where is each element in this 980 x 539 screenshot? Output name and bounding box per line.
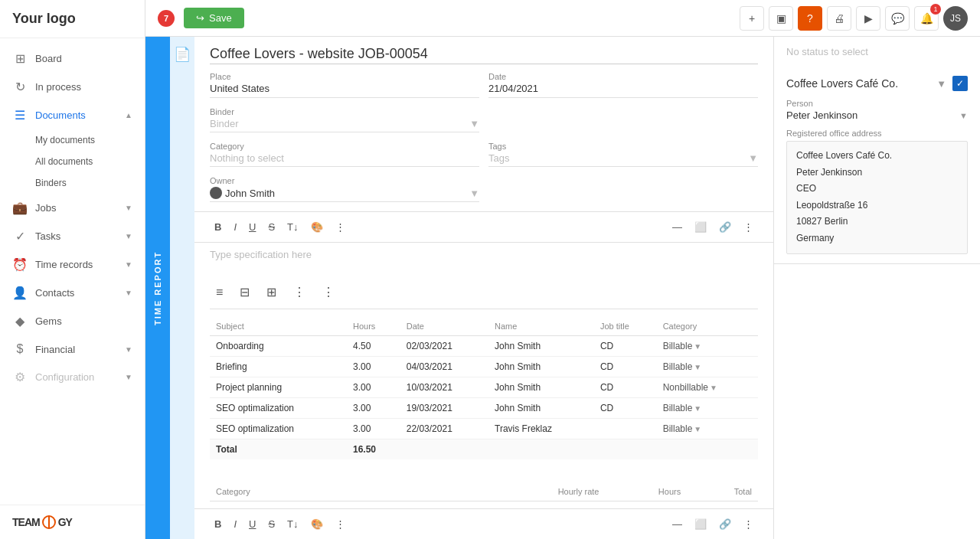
col-category: Category: [657, 317, 758, 336]
configuration-icon: ⚙: [12, 370, 28, 384]
underline-button[interactable]: U: [244, 218, 260, 236]
in-process-icon: ↻: [12, 80, 28, 94]
help-button[interactable]: ?: [798, 6, 822, 31]
sidebar-footer: TEAM GY: [0, 505, 145, 539]
sidebar-item-label: Tasks: [35, 230, 117, 242]
table-style-2-button[interactable]: ⊟: [234, 282, 256, 302]
sidebar-item-time-records[interactable]: ⏰ Time records ▼: [0, 250, 145, 279]
chat-button[interactable]: 💬: [885, 6, 910, 31]
cell-job-title: CD: [594, 398, 657, 419]
text-style-button[interactable]: T↓: [283, 218, 302, 236]
company-dropdown-icon[interactable]: ▼: [936, 78, 946, 90]
sidebar-item-binders[interactable]: Binders: [0, 172, 145, 194]
more-options-button[interactable]: ⋮: [331, 218, 350, 236]
person-value: Peter Jenkinson: [786, 109, 858, 121]
bold-button[interactable]: B: [210, 218, 226, 236]
table-options-button[interactable]: ⋮: [316, 282, 341, 302]
bold-button-bottom[interactable]: B: [210, 515, 226, 533]
link-button[interactable]: 🔗: [714, 218, 736, 236]
frame-button-bottom[interactable]: ⬜: [690, 515, 711, 533]
bell-button[interactable]: 🔔 1: [914, 6, 939, 31]
tags-label: Tags: [488, 142, 758, 151]
binder-select[interactable]: Binder ▼: [210, 118, 479, 132]
video-icon: ▶: [864, 12, 873, 24]
table-style-3-button[interactable]: ⊞: [260, 282, 283, 302]
owner-select[interactable]: John Smith ▼: [210, 187, 479, 202]
more-options-button-bottom[interactable]: ⋮: [331, 515, 350, 533]
sidebar-item-jobs[interactable]: 💼 Jobs ▼: [0, 194, 145, 222]
save-icon: ↪: [196, 12, 204, 24]
cell-date: 10/03/2021: [400, 377, 488, 398]
cell-category[interactable]: Billable ▼: [657, 419, 758, 439]
company-check-icon[interactable]: ✓: [952, 76, 968, 91]
user-avatar[interactable]: JS: [943, 6, 968, 31]
editor-placeholder[interactable]: Type specification here: [194, 243, 773, 276]
text-style-button-bottom[interactable]: T↓: [283, 515, 302, 533]
italic-button-bottom[interactable]: I: [229, 515, 241, 533]
person-dropdown-icon[interactable]: ▼: [959, 111, 968, 120]
document-fields: Place United States Date 21/04/2021 Bind…: [210, 72, 758, 202]
category-placeholder: Nothing to select: [210, 152, 284, 164]
frame-button[interactable]: ⬜: [690, 218, 711, 236]
company-name: Coffee Lovers Café Co.: [786, 77, 930, 90]
sidebar-item-gems[interactable]: ◆ Gems: [0, 307, 145, 335]
place-label: Place: [210, 72, 479, 81]
col-job-title: Job title: [594, 317, 657, 336]
add-button[interactable]: +: [740, 6, 764, 31]
address-line: Peter Jenkinson: [796, 165, 958, 181]
table-more-button[interactable]: ⋮: [287, 282, 312, 302]
color-button[interactable]: 🎨: [306, 218, 328, 236]
more-button[interactable]: ⋮: [739, 218, 758, 236]
strikethrough-button-bottom[interactable]: S: [263, 515, 279, 533]
sidebar-item-label: Financial: [35, 344, 117, 355]
chevron-down-icon: ▼: [125, 345, 132, 354]
minimize-button-bottom[interactable]: —: [668, 515, 687, 533]
print-button[interactable]: 🖨: [827, 6, 851, 31]
teamogy-logo: TEAM GY: [12, 514, 132, 530]
sidebar-item-financial[interactable]: $ Financial ▼: [0, 335, 145, 363]
underline-button-bottom[interactable]: U: [244, 515, 260, 533]
strikethrough-button[interactable]: S: [263, 218, 279, 236]
monitor-button[interactable]: ▣: [769, 6, 793, 31]
cell-subject: SEO optimalization: [210, 398, 347, 419]
sidebar-item-board[interactable]: ⊞ Board: [0, 44, 145, 73]
status-panel: No status to select: [774, 37, 980, 67]
sidebar-item-label: Time records: [35, 259, 117, 270]
monitor-icon: ▣: [776, 12, 786, 24]
sidebar-item-documents[interactable]: ☰ Documents ▲: [0, 101, 145, 129]
table-style-1-button[interactable]: ≡: [210, 283, 229, 302]
minimize-button[interactable]: —: [668, 218, 687, 236]
category-value: Billable: [663, 423, 693, 434]
binder-placeholder: Binder: [210, 118, 239, 129]
cell-category[interactable]: Billable ▼: [657, 357, 758, 377]
category-dropdown-icon: ▼: [694, 404, 701, 413]
link-button-bottom[interactable]: 🔗: [714, 515, 736, 533]
category-dropdown-icon: ▼: [694, 425, 701, 433]
sidebar-item-in-process[interactable]: ↻ In process: [0, 73, 145, 101]
sidebar-item-configuration[interactable]: ⚙ Configuration ▼: [0, 363, 145, 391]
italic-button[interactable]: I: [229, 218, 241, 236]
cell-category[interactable]: Billable ▼: [657, 398, 758, 419]
chevron-down-icon: ▼: [125, 373, 132, 381]
more-button-bottom[interactable]: ⋮: [739, 515, 758, 533]
owner-label: Owner: [210, 176, 479, 185]
save-button[interactable]: ↪ Save: [184, 8, 244, 28]
person-field-group: Person Peter Jenkinson ▼: [786, 99, 968, 121]
table-row: SEO optimalization 3.00 22/03/2021 Travi…: [210, 419, 758, 439]
sidebar-item-my-documents[interactable]: My documents: [0, 129, 145, 151]
table-section: ≡ ⊟ ⊞ ⋮ ⋮ Subject Hours Date Name Job: [194, 276, 773, 475]
sidebar-item-all-documents[interactable]: All documents: [0, 151, 145, 172]
cell-date: 19/03/2021: [400, 398, 488, 419]
video-button[interactable]: ▶: [856, 6, 880, 31]
doc-title-row: Coffee Lovers - website JOB-00054: [210, 46, 758, 64]
table-row: Briefing 3.00 04/03/2021 John Smith CD B…: [210, 357, 758, 377]
cell-category[interactable]: Billable ▼: [657, 336, 758, 357]
cell-category[interactable]: Nonbillable ▼: [657, 377, 758, 398]
sidebar-item-tasks[interactable]: ✓ Tasks ▼: [0, 222, 145, 250]
sidebar-item-contacts[interactable]: 👤 Contacts ▼: [0, 279, 145, 307]
color-button-bottom[interactable]: 🎨: [306, 515, 328, 533]
category-select[interactable]: Nothing to select: [210, 152, 479, 167]
address-box: Coffee Lovers Café Co.Peter JenkinsonCEO…: [786, 141, 968, 254]
plus-icon: +: [749, 12, 755, 24]
tags-select[interactable]: Tags ▼: [488, 152, 758, 167]
